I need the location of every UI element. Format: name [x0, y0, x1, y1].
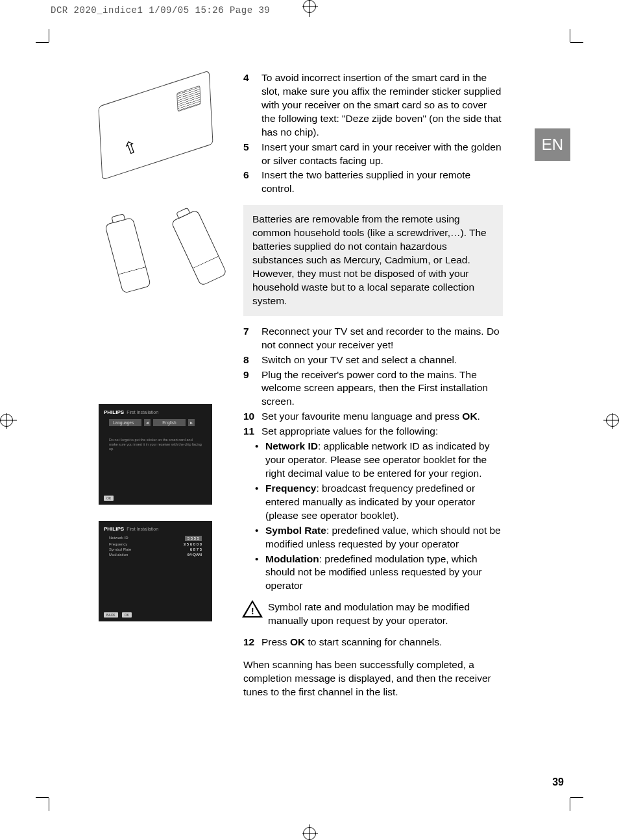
ui-arrow-left: ◄ [144, 419, 151, 426]
step-body: Insert the two batteries supplied in you… [261, 169, 503, 196]
step-body: Insert your smart card in your receiver … [261, 141, 503, 168]
ui-arrow-right: ► [188, 419, 195, 426]
ui-ok-button: OK [122, 612, 132, 618]
ui-screenshot-network: PHILIPS First Installation Network ID5 5… [99, 521, 212, 621]
sub-item: •Frequency: broadcast frequency predefin… [255, 482, 503, 523]
step-number: 11 [243, 425, 261, 438]
step-7: 7Reconnect your TV set and recorder to t… [243, 325, 503, 352]
crop-mark-bottom [303, 827, 316, 840]
step-number: 12 [243, 636, 261, 649]
crop-mark-right [606, 414, 619, 427]
illustrations-column: ⇧ PHILIPS First Installation Languages ◄… [91, 70, 224, 621]
step-9: 9Plug the receiver's power cord to the m… [243, 368, 503, 409]
bullet: • [255, 553, 265, 594]
ui-row-value: 6 8 7 5 [190, 547, 202, 551]
corner-mark-bl [49, 785, 62, 798]
sub-body: Modulation: predefined modulation type, … [265, 553, 503, 594]
step-number: 5 [243, 141, 261, 168]
note-box: Batteries are removable from the remote … [243, 205, 503, 315]
batteries-illustration [91, 219, 224, 304]
closing-paragraph: When scanning has been successfully comp… [243, 658, 503, 699]
bullet: • [255, 440, 265, 481]
step-4: 4To avoid incorrect insertion of the sma… [243, 71, 503, 139]
ui-row-label: Modulation [109, 553, 128, 557]
step-body: Switch on your TV set and select a chann… [261, 354, 503, 367]
warning-icon: ! [243, 601, 263, 618]
step-number: 6 [243, 169, 261, 196]
ui-title: First Installation [127, 527, 158, 531]
smart-card-illustration: ⇧ [91, 70, 224, 174]
step-number: 7 [243, 325, 261, 352]
page-number: 39 [552, 776, 564, 788]
ui-brand: PHILIPS [104, 409, 124, 415]
step-body: Reconnect your TV set and recorder to th… [261, 325, 503, 352]
ui-label: Languages [109, 419, 141, 426]
corner-mark-tl [49, 42, 62, 55]
bullet: • [255, 524, 265, 551]
corner-mark-tr [557, 42, 570, 55]
sub-item: •Modulation: predefined modulation type,… [255, 553, 503, 594]
step-body: To avoid incorrect insertion of the smar… [261, 71, 503, 139]
sub-item: •Symbol Rate: predefined value, which sh… [255, 524, 503, 551]
ui-ok-button: OK [104, 496, 114, 501]
bullet: • [255, 482, 265, 523]
crop-mark-left [0, 414, 13, 427]
ui-row-value: 3 5 6 0 0 0 [184, 542, 202, 546]
step-body: Plug the receiver's power cord to the ma… [261, 368, 503, 409]
ui-title: First Installation [127, 410, 158, 414]
step-number: 8 [243, 354, 261, 367]
step-number: 4 [243, 71, 261, 139]
crop-mark-top [303, 0, 316, 13]
sub-body: Symbol Rate: predefined value, which sho… [265, 524, 503, 551]
sub-body: Network ID: applicable network ID as ind… [265, 440, 503, 481]
ui-row-label: Frequency [109, 542, 127, 546]
ui-row-label: Network ID [109, 536, 128, 541]
sub-item: •Network ID: applicable network ID as in… [255, 440, 503, 481]
language-tab: EN [535, 128, 570, 161]
step-6: 6Insert the two batteries supplied in yo… [243, 169, 503, 196]
ui-screenshot-language: PHILIPS First Installation Languages ◄ E… [99, 404, 212, 505]
ui-row-label: Symbol Rate [109, 547, 131, 551]
ui-brand: PHILIPS [104, 526, 124, 532]
step-body: Press OK to start scanning for channels. [261, 636, 503, 649]
ui-row-value: 5 5 5 5 [185, 536, 202, 541]
warning-text: Symbol rate and modulation may be modifi… [268, 601, 503, 628]
step-8: 8Switch on your TV set and select a chan… [243, 354, 503, 367]
step-12: 12 Press OK to start scanning for channe… [243, 636, 503, 649]
ui-hint: Do not forget to put the sticker on the … [109, 438, 202, 451]
warning-row: ! Symbol rate and modulation may be modi… [243, 601, 503, 628]
ui-back-button: BACK [104, 612, 118, 618]
step-11: 11Set appropriate values for the followi… [243, 425, 503, 438]
main-text-column: 4To avoid incorrect insertion of the sma… [243, 71, 503, 699]
step-number: 9 [243, 368, 261, 409]
step-body: Set your favourite menu language and pre… [261, 410, 503, 424]
step-number: 10 [243, 410, 261, 424]
ui-value: English [153, 419, 186, 426]
step-5: 5Insert your smart card in your receiver… [243, 141, 503, 168]
print-header: DCR 2020_indice1 1/09/05 15:26 Page 39 [51, 5, 270, 16]
step-10: 10Set your favourite menu language and p… [243, 410, 503, 424]
ui-row-value: 64-QAM [188, 553, 202, 557]
sub-body: Frequency: broadcast frequency predefine… [265, 482, 503, 523]
step-body: Set appropriate values for the following… [261, 425, 503, 438]
